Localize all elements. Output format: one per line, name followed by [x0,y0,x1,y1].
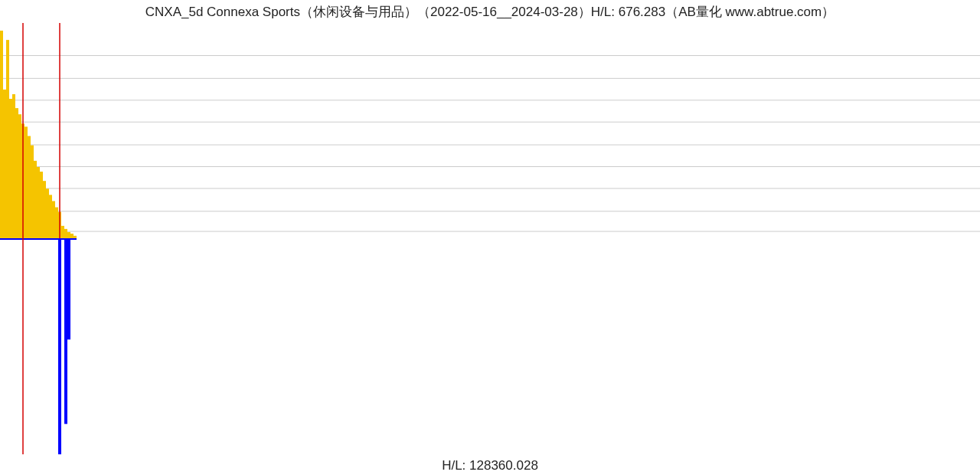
svg-rect-19 [31,146,34,238]
svg-rect-29 [61,226,64,238]
svg-rect-47 [34,238,37,240]
svg-rect-42 [18,238,21,240]
svg-rect-30 [64,229,67,238]
svg-rect-59 [70,238,74,240]
svg-rect-51 [46,238,49,240]
svg-rect-45 [28,238,31,240]
svg-rect-44 [24,238,28,240]
svg-rect-46 [31,238,34,240]
svg-rect-50 [43,238,46,240]
svg-rect-37 [3,238,6,240]
svg-rect-57 [64,238,67,424]
svg-rect-27 [55,208,58,238]
svg-rect-18 [28,136,31,238]
svg-rect-52 [49,238,52,240]
svg-rect-60 [74,238,77,240]
svg-rect-21 [37,167,40,238]
chart-svg [0,21,980,458]
chart-footer-label: H/L: 128360.028 [0,458,980,473]
svg-rect-41 [15,238,18,240]
svg-rect-13 [12,94,15,238]
svg-rect-53 [52,238,55,240]
svg-rect-26 [52,201,55,238]
svg-rect-9 [0,31,3,238]
svg-rect-32 [70,234,74,238]
svg-rect-15 [18,114,21,238]
svg-rect-58 [67,238,70,339]
svg-rect-25 [49,195,52,238]
svg-rect-54 [55,238,58,240]
svg-rect-36 [0,238,3,240]
svg-rect-38 [6,238,9,240]
svg-rect-12 [9,99,12,238]
svg-rect-22 [40,172,43,238]
svg-rect-48 [37,238,40,240]
chart-area [0,21,980,458]
svg-rect-33 [74,236,77,238]
svg-rect-40 [12,238,15,240]
svg-rect-10 [3,90,6,238]
svg-rect-56 [61,238,64,240]
svg-rect-20 [34,161,37,238]
svg-rect-14 [15,108,18,238]
svg-rect-39 [9,238,12,240]
svg-rect-17 [24,126,28,238]
svg-rect-11 [6,40,9,238]
svg-rect-23 [43,181,46,238]
svg-rect-49 [40,238,43,240]
svg-rect-31 [67,232,70,238]
svg-rect-55 [58,238,61,454]
svg-rect-24 [46,188,49,238]
chart-title: CNXA_5d Connexa Sports（休闲设备与用品）（2022-05-… [0,3,980,21]
